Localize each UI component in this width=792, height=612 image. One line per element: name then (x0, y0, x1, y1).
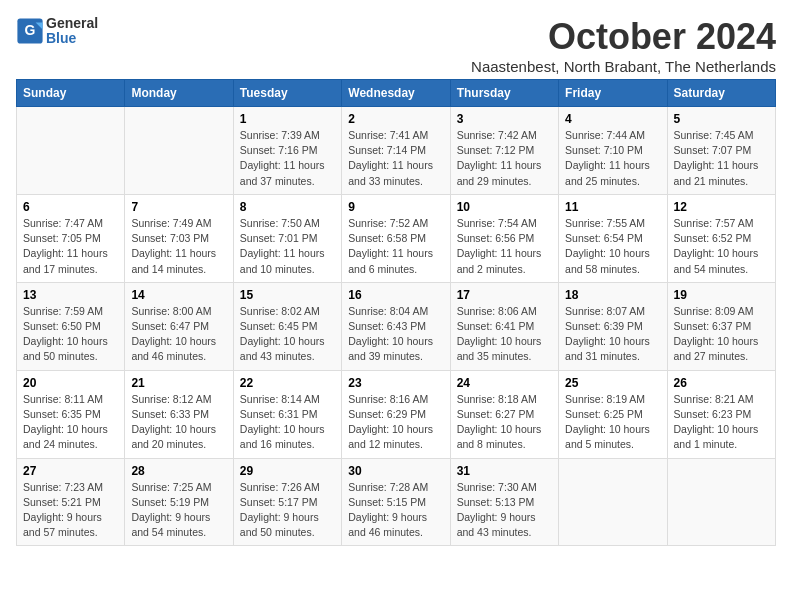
calendar-cell: 30Sunrise: 7:28 AM Sunset: 5:15 PM Dayli… (342, 458, 450, 546)
day-info: Sunrise: 7:25 AM Sunset: 5:19 PM Dayligh… (131, 480, 226, 541)
calendar-cell: 4Sunrise: 7:44 AM Sunset: 7:10 PM Daylig… (559, 107, 667, 195)
calendar-cell: 7Sunrise: 7:49 AM Sunset: 7:03 PM Daylig… (125, 194, 233, 282)
day-info: Sunrise: 7:28 AM Sunset: 5:15 PM Dayligh… (348, 480, 443, 541)
calendar-cell: 16Sunrise: 8:04 AM Sunset: 6:43 PM Dayli… (342, 282, 450, 370)
calendar-cell (559, 458, 667, 546)
day-number: 4 (565, 112, 660, 126)
calendar-cell: 18Sunrise: 8:07 AM Sunset: 6:39 PM Dayli… (559, 282, 667, 370)
logo-blue: Blue (46, 31, 98, 46)
day-number: 7 (131, 200, 226, 214)
day-number: 5 (674, 112, 769, 126)
calendar-cell: 25Sunrise: 8:19 AM Sunset: 6:25 PM Dayli… (559, 370, 667, 458)
calendar-table: SundayMondayTuesdayWednesdayThursdayFrid… (16, 79, 776, 546)
calendar-cell: 5Sunrise: 7:45 AM Sunset: 7:07 PM Daylig… (667, 107, 775, 195)
calendar-week-3: 13Sunrise: 7:59 AM Sunset: 6:50 PM Dayli… (17, 282, 776, 370)
day-info: Sunrise: 7:26 AM Sunset: 5:17 PM Dayligh… (240, 480, 335, 541)
location-subtitle: Naastenbest, North Brabant, The Netherla… (471, 58, 776, 75)
calendar-cell: 6Sunrise: 7:47 AM Sunset: 7:05 PM Daylig… (17, 194, 125, 282)
day-number: 19 (674, 288, 769, 302)
day-info: Sunrise: 8:02 AM Sunset: 6:45 PM Dayligh… (240, 304, 335, 365)
day-number: 13 (23, 288, 118, 302)
day-number: 30 (348, 464, 443, 478)
calendar-cell (17, 107, 125, 195)
day-number: 3 (457, 112, 552, 126)
title-block: October 2024 Naastenbest, North Brabant,… (471, 16, 776, 75)
weekday-header-sunday: Sunday (17, 80, 125, 107)
day-number: 10 (457, 200, 552, 214)
day-info: Sunrise: 8:07 AM Sunset: 6:39 PM Dayligh… (565, 304, 660, 365)
day-info: Sunrise: 8:21 AM Sunset: 6:23 PM Dayligh… (674, 392, 769, 453)
calendar-cell: 26Sunrise: 8:21 AM Sunset: 6:23 PM Dayli… (667, 370, 775, 458)
weekday-header-saturday: Saturday (667, 80, 775, 107)
day-number: 25 (565, 376, 660, 390)
day-info: Sunrise: 7:54 AM Sunset: 6:56 PM Dayligh… (457, 216, 552, 277)
day-number: 29 (240, 464, 335, 478)
calendar-cell: 17Sunrise: 8:06 AM Sunset: 6:41 PM Dayli… (450, 282, 558, 370)
day-info: Sunrise: 7:44 AM Sunset: 7:10 PM Dayligh… (565, 128, 660, 189)
calendar-cell (667, 458, 775, 546)
day-number: 6 (23, 200, 118, 214)
day-info: Sunrise: 8:04 AM Sunset: 6:43 PM Dayligh… (348, 304, 443, 365)
calendar-cell: 11Sunrise: 7:55 AM Sunset: 6:54 PM Dayli… (559, 194, 667, 282)
calendar-cell: 28Sunrise: 7:25 AM Sunset: 5:19 PM Dayli… (125, 458, 233, 546)
logo: G General Blue (16, 16, 98, 47)
day-info: Sunrise: 7:47 AM Sunset: 7:05 PM Dayligh… (23, 216, 118, 277)
calendar-cell (125, 107, 233, 195)
day-number: 23 (348, 376, 443, 390)
svg-text:G: G (25, 23, 36, 39)
calendar-cell: 20Sunrise: 8:11 AM Sunset: 6:35 PM Dayli… (17, 370, 125, 458)
calendar-cell: 14Sunrise: 8:00 AM Sunset: 6:47 PM Dayli… (125, 282, 233, 370)
day-number: 2 (348, 112, 443, 126)
day-info: Sunrise: 7:50 AM Sunset: 7:01 PM Dayligh… (240, 216, 335, 277)
day-info: Sunrise: 8:09 AM Sunset: 6:37 PM Dayligh… (674, 304, 769, 365)
calendar-cell: 3Sunrise: 7:42 AM Sunset: 7:12 PM Daylig… (450, 107, 558, 195)
day-number: 17 (457, 288, 552, 302)
calendar-cell: 29Sunrise: 7:26 AM Sunset: 5:17 PM Dayli… (233, 458, 341, 546)
day-info: Sunrise: 8:16 AM Sunset: 6:29 PM Dayligh… (348, 392, 443, 453)
calendar-cell: 23Sunrise: 8:16 AM Sunset: 6:29 PM Dayli… (342, 370, 450, 458)
calendar-cell: 1Sunrise: 7:39 AM Sunset: 7:16 PM Daylig… (233, 107, 341, 195)
day-number: 22 (240, 376, 335, 390)
day-info: Sunrise: 8:00 AM Sunset: 6:47 PM Dayligh… (131, 304, 226, 365)
day-info: Sunrise: 8:19 AM Sunset: 6:25 PM Dayligh… (565, 392, 660, 453)
day-number: 1 (240, 112, 335, 126)
calendar-cell: 19Sunrise: 8:09 AM Sunset: 6:37 PM Dayli… (667, 282, 775, 370)
calendar-cell: 27Sunrise: 7:23 AM Sunset: 5:21 PM Dayli… (17, 458, 125, 546)
day-number: 27 (23, 464, 118, 478)
day-number: 11 (565, 200, 660, 214)
month-title: October 2024 (471, 16, 776, 58)
calendar-cell: 31Sunrise: 7:30 AM Sunset: 5:13 PM Dayli… (450, 458, 558, 546)
calendar-cell: 8Sunrise: 7:50 AM Sunset: 7:01 PM Daylig… (233, 194, 341, 282)
logo-text: General Blue (46, 16, 98, 47)
day-info: Sunrise: 7:23 AM Sunset: 5:21 PM Dayligh… (23, 480, 118, 541)
day-info: Sunrise: 7:30 AM Sunset: 5:13 PM Dayligh… (457, 480, 552, 541)
day-number: 24 (457, 376, 552, 390)
day-info: Sunrise: 8:14 AM Sunset: 6:31 PM Dayligh… (240, 392, 335, 453)
calendar-cell: 13Sunrise: 7:59 AM Sunset: 6:50 PM Dayli… (17, 282, 125, 370)
day-number: 28 (131, 464, 226, 478)
logo-icon: G (16, 17, 44, 45)
day-info: Sunrise: 7:52 AM Sunset: 6:58 PM Dayligh… (348, 216, 443, 277)
day-info: Sunrise: 7:57 AM Sunset: 6:52 PM Dayligh… (674, 216, 769, 277)
day-number: 18 (565, 288, 660, 302)
weekday-header-row: SundayMondayTuesdayWednesdayThursdayFrid… (17, 80, 776, 107)
calendar-cell: 12Sunrise: 7:57 AM Sunset: 6:52 PM Dayli… (667, 194, 775, 282)
day-number: 9 (348, 200, 443, 214)
calendar-cell: 2Sunrise: 7:41 AM Sunset: 7:14 PM Daylig… (342, 107, 450, 195)
day-info: Sunrise: 7:45 AM Sunset: 7:07 PM Dayligh… (674, 128, 769, 189)
calendar-week-5: 27Sunrise: 7:23 AM Sunset: 5:21 PM Dayli… (17, 458, 776, 546)
calendar-cell: 9Sunrise: 7:52 AM Sunset: 6:58 PM Daylig… (342, 194, 450, 282)
day-number: 26 (674, 376, 769, 390)
day-info: Sunrise: 8:06 AM Sunset: 6:41 PM Dayligh… (457, 304, 552, 365)
logo-general: General (46, 16, 98, 31)
calendar-cell: 22Sunrise: 8:14 AM Sunset: 6:31 PM Dayli… (233, 370, 341, 458)
day-number: 20 (23, 376, 118, 390)
day-info: Sunrise: 7:55 AM Sunset: 6:54 PM Dayligh… (565, 216, 660, 277)
day-info: Sunrise: 8:11 AM Sunset: 6:35 PM Dayligh… (23, 392, 118, 453)
weekday-header-friday: Friday (559, 80, 667, 107)
calendar-cell: 15Sunrise: 8:02 AM Sunset: 6:45 PM Dayli… (233, 282, 341, 370)
day-number: 31 (457, 464, 552, 478)
page-header: G General Blue October 2024 Naastenbest,… (16, 16, 776, 75)
day-info: Sunrise: 7:39 AM Sunset: 7:16 PM Dayligh… (240, 128, 335, 189)
day-info: Sunrise: 7:59 AM Sunset: 6:50 PM Dayligh… (23, 304, 118, 365)
